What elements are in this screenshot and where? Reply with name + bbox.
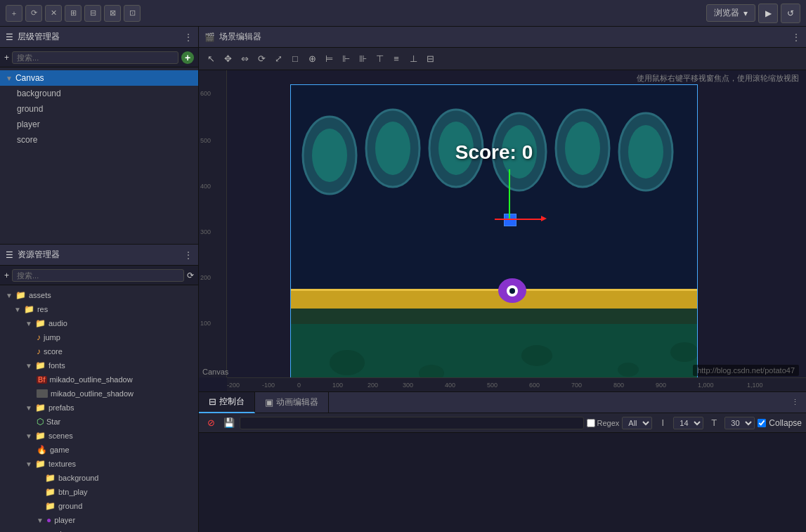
tab-animation[interactable]: ▣ 动画编辑器 [255, 392, 329, 413]
regex-label: Regex [597, 419, 620, 427]
asset-item-score-audio[interactable]: ♪ score [0, 344, 198, 358]
ruler-x-900: 900 [656, 382, 666, 389]
asset-item-scenes[interactable]: ▼ 📁 scenes [0, 429, 198, 443]
tool-select[interactable]: ↖ [203, 51, 219, 67]
play-button[interactable]: ▶ [758, 4, 778, 23]
tree-item-score[interactable]: score [0, 132, 198, 148]
layout-btn[interactable]: ⊠ [104, 5, 121, 22]
scene-menu-icon[interactable]: ⋮ [792, 32, 800, 42]
expand-arrow: ▼ [6, 74, 13, 82]
tree-item-ground[interactable]: ground [0, 101, 198, 117]
asset-item-player-folder[interactable]: ▼ ● player [0, 513, 198, 527]
tool-align-right[interactable]: ⊪ [355, 51, 370, 67]
ruler-x-100: 100 [332, 382, 343, 389]
preview-btn[interactable]: ⊡ [124, 5, 141, 22]
refresh-button[interactable]: ↺ [781, 4, 800, 23]
tool-align-center[interactable]: ⊩ [338, 51, 353, 67]
grid-btn[interactable]: ⊟ [84, 5, 101, 22]
tool-anchor[interactable]: ⊕ [304, 51, 320, 67]
asset-item-ground-folder[interactable]: ▶ 📁 ground [0, 499, 198, 513]
asset-label: ground [58, 502, 82, 510]
expand-arrow: ▶ [37, 474, 42, 482]
expand-arrow: ▶ [37, 488, 42, 496]
new-btn[interactable]: + [6, 5, 22, 22]
asset-item-textures[interactable]: ▼ 📁 textures [0, 457, 198, 471]
hierarchy-search-add[interactable]: + [181, 51, 194, 64]
console-icon: ⊟ [209, 396, 216, 407]
scene-header: 🎬 场景编辑器 ⋮ [199, 27, 806, 48]
hierarchy-menu-icon[interactable]: ⋮ [184, 32, 193, 42]
asset-item-bg-folder[interactable]: ▶ 📁 background [0, 471, 198, 485]
tool-align-middle[interactable]: ≡ [389, 51, 404, 67]
asset-label: res [37, 305, 48, 313]
tool-rotate[interactable]: ⟳ [254, 51, 269, 67]
hierarchy-panel: ☰ 层级管理器 ⋮ + + ▼ Canvas background ground [0, 27, 198, 245]
font-btn2[interactable]: T [706, 415, 722, 431]
close-btn[interactable]: ✕ [45, 5, 62, 22]
hierarchy-icon: ☰ [6, 32, 13, 42]
tool-rect[interactable]: □ [287, 51, 303, 67]
asset-menu-icon[interactable]: ⋮ [184, 250, 193, 260]
tool-align-left[interactable]: ⊨ [321, 51, 337, 67]
ruler-x-1100: 1,100 [747, 382, 763, 389]
asset-item-prefabs[interactable]: ▼ 📁 prefabs [0, 401, 198, 415]
ruler-y-100: 100 [200, 320, 211, 327]
asset-label: background [58, 474, 99, 482]
asset-item-res[interactable]: ▼ 📁 res [0, 302, 198, 316]
asset-sync-icon[interactable]: ⟳ [187, 271, 194, 280]
asset-header: ☰ 资源管理器 ⋮ [0, 245, 198, 266]
asset-item-assets[interactable]: ▼ 📁 assets [0, 288, 198, 302]
asset-item-jump[interactable]: ♪ jump [0, 330, 198, 344]
asset-item-audio[interactable]: ▼ 📁 audio [0, 316, 198, 330]
bottom-menu[interactable]: ⋮ [784, 398, 806, 407]
console-filter-input[interactable] [240, 417, 584, 429]
player-icon: ● [48, 529, 53, 532]
log-level-select[interactable]: All [622, 417, 652, 429]
asset-item-star-prefab[interactable]: ⬡ Star [0, 415, 198, 429]
asset-item-font1[interactable]: Bf mikado_outline_shadow [0, 372, 198, 387]
build-btn[interactable]: ⊞ [65, 5, 82, 22]
gizmo-v-arrow [509, 169, 510, 219]
tool-move[interactable]: ⇔ [237, 51, 252, 67]
asset-item-btnplay-folder[interactable]: ▶ 📁 btn_play [0, 485, 198, 499]
tree-label-ground: ground [17, 104, 43, 114]
tree-item-player[interactable]: player [0, 117, 198, 132]
expand-arrow: ▶ [37, 502, 42, 510]
tree-item-canvas[interactable]: ▼ Canvas [0, 70, 198, 86]
tab-console[interactable]: ⊟ 控制台 [199, 392, 255, 413]
font-size-select2[interactable]: 30 [724, 417, 755, 429]
asset-item-font2[interactable]: mikado_outline_shadow [0, 387, 198, 401]
tool-align-top[interactable]: ⊤ [372, 51, 387, 67]
asset-add-btn[interactable]: + [4, 271, 9, 280]
audio-icon: ♪ [37, 332, 41, 342]
collapse-checkbox[interactable] [758, 419, 766, 427]
svg-point-11 [628, 125, 663, 179]
asset-item-player-asset[interactable]: ● player [0, 527, 198, 532]
asset-title: 资源管理器 [18, 249, 60, 261]
hierarchy-title: 层级管理器 [18, 31, 60, 43]
font-size-select1[interactable]: 14 [673, 417, 703, 429]
scene-viewport[interactable]: 使用鼠标右键平移视窗焦点，使用滚轮缩放视图 600 500 400 300 20… [199, 70, 806, 391]
tool-distribute[interactable]: ⊟ [422, 51, 438, 67]
folder-icon: 📁 [35, 361, 46, 370]
clear-console-btn[interactable]: ⊘ [203, 415, 219, 431]
refresh-btn[interactable]: ⟳ [25, 5, 42, 22]
tool-align-bottom[interactable]: ⊥ [405, 51, 421, 67]
tree-label-player: player [17, 119, 40, 129]
font-btn1[interactable]: I [655, 415, 670, 431]
save-console-btn[interactable]: 💾 [221, 415, 237, 431]
folder-icon: 📁 [45, 501, 56, 511]
tree-item-background[interactable]: background [0, 86, 198, 101]
hierarchy-search-input[interactable] [12, 51, 178, 64]
ruler-y-400: 400 [200, 183, 211, 190]
collapse-area: Collapse [758, 418, 802, 428]
browser-button[interactable]: 浏览器 ▾ [706, 4, 755, 22]
hierarchy-add-btn[interactable]: + [4, 53, 9, 63]
asset-search-input[interactable] [12, 269, 184, 282]
tool-hand[interactable]: ✥ [220, 51, 235, 67]
scene-hint: 使用鼠标右键平移视窗焦点，使用滚轮缩放视图 [637, 73, 799, 84]
regex-checkbox[interactable] [587, 419, 595, 427]
asset-item-fonts[interactable]: ▼ 📁 fonts [0, 358, 198, 372]
asset-item-game-scene[interactable]: 🔥 game [0, 443, 198, 457]
tool-scale[interactable]: ⤢ [271, 51, 286, 67]
